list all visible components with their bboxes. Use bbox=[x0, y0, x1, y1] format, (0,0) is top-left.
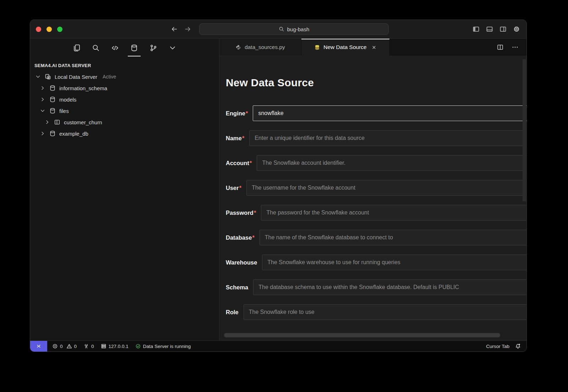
host-indicator[interactable]: 127.0.0.1 bbox=[101, 343, 129, 349]
required-asterisk: * bbox=[250, 160, 252, 167]
radio-tower-icon bbox=[83, 343, 89, 349]
chevron-down-icon[interactable] bbox=[35, 74, 41, 80]
search-query: bug-bash bbox=[287, 26, 310, 32]
activity-search-icon[interactable] bbox=[92, 42, 100, 54]
chevron-down-icon bbox=[169, 44, 176, 52]
close-window-button[interactable] bbox=[36, 27, 41, 32]
tree-item[interactable]: Local Data ServerActive bbox=[30, 71, 219, 82]
maximize-window-button[interactable] bbox=[57, 27, 62, 32]
app-window: bug-bash SEMA4.AI DATA SERVER Local Data… bbox=[30, 20, 527, 352]
warehouse-field[interactable] bbox=[262, 255, 526, 270]
source-control-icon bbox=[149, 44, 157, 52]
editor-tab[interactable]: data_sources.py bbox=[219, 39, 301, 56]
copy-icon bbox=[73, 44, 81, 52]
new-data-source-panel: New Data Source Engine*Name*Account*User… bbox=[219, 56, 526, 341]
account-field[interactable] bbox=[257, 155, 526, 171]
sidebar: SEMA4.AI DATA SERVER Local Data ServerAc… bbox=[30, 39, 219, 341]
page-title: New Data Source bbox=[226, 77, 526, 89]
field-label: Account bbox=[226, 160, 249, 167]
command-center-search[interactable]: bug-bash bbox=[199, 23, 389, 35]
tree-item[interactable]: example_db bbox=[30, 128, 219, 139]
activity-code-icon[interactable] bbox=[111, 42, 119, 54]
form-field-row: Warehouse bbox=[226, 255, 526, 270]
database-icon bbox=[49, 108, 56, 114]
activity-database-icon[interactable] bbox=[130, 42, 138, 54]
user-field[interactable] bbox=[246, 180, 526, 196]
field-label: Schema bbox=[226, 284, 248, 291]
python-icon bbox=[235, 44, 241, 50]
error-count: 0 bbox=[60, 344, 63, 349]
check-circle-icon bbox=[135, 343, 141, 349]
engine-field[interactable] bbox=[253, 105, 526, 121]
search-icon bbox=[92, 44, 100, 52]
host-address: 127.0.0.1 bbox=[109, 344, 129, 349]
data-source-form: Engine*Name*Account*User*Password*Databa… bbox=[226, 105, 526, 320]
form-field-row: Database* bbox=[226, 230, 526, 245]
tab-label: New Data Source bbox=[323, 44, 366, 50]
chevron-right-icon[interactable] bbox=[40, 85, 45, 91]
more-actions-icon[interactable] bbox=[512, 44, 519, 51]
name-field[interactable] bbox=[249, 130, 526, 146]
settings-gear-icon[interactable] bbox=[513, 26, 520, 33]
error-icon bbox=[52, 343, 58, 349]
activity-chevron-down-icon[interactable] bbox=[168, 42, 177, 54]
server-icon bbox=[45, 74, 51, 80]
split-editor-icon[interactable] bbox=[497, 44, 504, 51]
password-field[interactable] bbox=[261, 205, 526, 220]
cursor-tab-label[interactable]: Cursor Tab bbox=[486, 344, 509, 349]
minimize-window-button[interactable] bbox=[47, 27, 52, 32]
remote-indicator[interactable] bbox=[30, 341, 47, 352]
back-arrow-icon[interactable] bbox=[171, 26, 178, 33]
close-tab-icon[interactable] bbox=[371, 45, 377, 50]
tree-item-label: models bbox=[59, 97, 76, 103]
tree-item[interactable]: customer_churn bbox=[30, 116, 219, 128]
tree-item-label: Local Data Server bbox=[55, 74, 97, 80]
toggle-panel-icon[interactable] bbox=[486, 26, 493, 33]
tree-item-label: files bbox=[59, 108, 69, 114]
tree-item[interactable]: models bbox=[30, 94, 219, 105]
activity-source-control-icon[interactable] bbox=[149, 42, 158, 54]
vertical-scrollbar[interactable] bbox=[523, 59, 526, 201]
activity-bar bbox=[30, 39, 219, 57]
toggle-secondary-sidebar-icon[interactable] bbox=[499, 26, 507, 33]
required-asterisk: * bbox=[239, 185, 241, 191]
server-status-text: Data Server is running bbox=[143, 344, 191, 349]
required-asterisk: * bbox=[252, 234, 254, 241]
role-field[interactable] bbox=[244, 304, 526, 320]
ports-count: 0 bbox=[91, 344, 94, 349]
chevron-right-icon[interactable] bbox=[40, 97, 45, 102]
database-field[interactable] bbox=[260, 230, 526, 245]
chevron-down-icon[interactable] bbox=[40, 108, 45, 114]
tree-item-label: example_db bbox=[59, 131, 88, 137]
required-asterisk: * bbox=[254, 209, 256, 216]
schema-field[interactable] bbox=[253, 279, 526, 295]
notifications-bell-icon[interactable] bbox=[515, 343, 521, 349]
ports-indicator[interactable]: 0 bbox=[83, 343, 94, 349]
horizontal-scrollbar[interactable] bbox=[224, 333, 500, 337]
database-icon bbox=[49, 85, 56, 91]
field-label: Name bbox=[226, 135, 242, 142]
editor-tab[interactable]: New Data Source bbox=[301, 39, 390, 56]
window-controls bbox=[36, 20, 62, 38]
chevron-right-icon[interactable] bbox=[44, 119, 50, 125]
tree-item[interactable]: information_schema bbox=[30, 82, 219, 94]
database-icon bbox=[49, 96, 56, 103]
field-label: User bbox=[226, 185, 239, 191]
forward-arrow-icon[interactable] bbox=[184, 26, 191, 33]
server-status[interactable]: Data Server is running bbox=[135, 343, 191, 349]
field-label: Engine bbox=[226, 110, 245, 117]
field-label: Warehouse bbox=[226, 259, 257, 266]
chevron-right-icon[interactable] bbox=[40, 131, 45, 136]
form-field-row: Name* bbox=[226, 130, 526, 146]
problems-indicator[interactable]: 0 0 bbox=[52, 343, 77, 349]
title-bar: bug-bash bbox=[30, 20, 526, 39]
warning-count: 0 bbox=[74, 344, 77, 349]
table-icon bbox=[54, 119, 60, 125]
tree-item[interactable]: files bbox=[30, 105, 219, 116]
database-yellow-icon bbox=[314, 44, 320, 50]
server-stack-icon bbox=[101, 343, 106, 349]
tab-label: data_sources.py bbox=[245, 44, 285, 50]
field-label: Database bbox=[226, 234, 252, 241]
activity-copy-icon[interactable] bbox=[72, 42, 81, 54]
toggle-primary-sidebar-icon[interactable] bbox=[473, 26, 480, 33]
